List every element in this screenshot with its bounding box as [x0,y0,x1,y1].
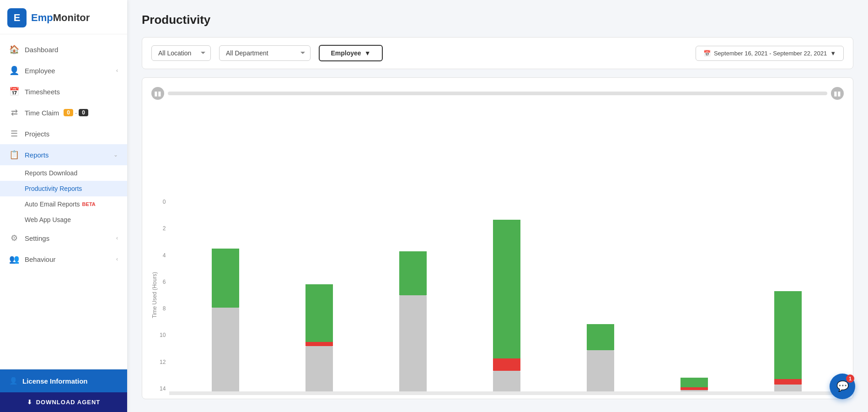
chart-container: ▮▮ ▮▮ Time Used (Hours) 14 12 10 8 6 4 2… [142,77,853,399]
bar-segment-red [305,342,333,346]
sidebar-item-timeclaim[interactable]: ⇄ Time Claim 0 - 0 [0,102,127,123]
y-label-10: 10 [160,332,166,338]
sidebar-item-label: Employee [25,67,55,75]
chart-slider: ▮▮ ▮▮ [151,87,844,100]
page-title: Productivity [142,13,853,27]
timeclaim-badge: 0 - 0 [64,109,88,116]
grid-line [169,394,844,394]
sub-item-label: Productivity Reports [25,185,82,192]
bar-stacked [493,220,520,391]
chart-area: Time Used (Hours) 14 12 10 8 6 4 2 0 [151,109,844,391]
sidebar-bottom: 👤 License Information ⬇ DOWNLOAD AGENT [0,369,127,412]
grid-line [169,395,844,395]
date-dropdown-icon: ▼ [830,50,836,57]
location-filter[interactable]: All Location [151,45,211,61]
sidebar-item-web-app-usage[interactable]: Web App Usage [0,212,127,228]
license-info-button[interactable]: 👤 License Information [0,369,127,392]
badge-dark: 0 [79,109,88,116]
filter-row: All Location All Department Employee ▼ 📅… [142,37,853,69]
employee-dropdown-button[interactable]: Employee ▼ [319,45,383,61]
sidebar: E EmpMonitor 🏠 Dashboard 👤 Employee ‹ 📅 … [0,0,127,412]
sub-item-label: Web App Usage [25,216,71,223]
grid-line [169,393,844,394]
employee-icon: 👤 [9,65,19,76]
logo-area: E EmpMonitor [0,0,127,34]
behaviour-icon: 👥 [9,254,19,264]
sidebar-item-label: Projects [25,130,49,138]
dashboard-icon: 🏠 [9,44,19,54]
sidebar-item-projects[interactable]: ☰ Projects [0,123,127,144]
sidebar-item-label: Behaviour [25,255,56,263]
y-label-12: 12 [160,359,166,365]
bar-segment-gray [305,346,333,391]
license-icon: 👤 [9,377,18,385]
bar-segment-gray [680,390,708,391]
behaviour-chevron-icon: ‹ [116,256,118,262]
sidebar-item-auto-email[interactable]: Auto Email Reports BETA [0,196,127,212]
sidebar-item-label: Reports [25,151,49,159]
y-axis-title: Time Used (Hours) [151,199,158,391]
bar-segment-green [212,249,239,308]
sidebar-item-dashboard[interactable]: 🏠 Dashboard [0,39,127,60]
y-label-0: 0 [163,199,166,205]
sidebar-item-reports[interactable]: 📋 Reports ⌄ [0,144,127,165]
bar-segment-green [774,291,802,379]
sidebar-item-employee[interactable]: 👤 Employee ‹ [0,60,127,81]
license-label: License Information [22,377,88,385]
sidebar-item-timesheets[interactable]: 📅 Timesheets [0,81,127,102]
logo-icon: E [7,8,27,27]
sidebar-item-label: Time Claim [25,109,59,117]
slider-left-button[interactable]: ▮▮ [151,87,164,100]
sub-item-label: Auto Email Reports [25,201,80,208]
y-label-6: 6 [163,279,166,285]
grid-line [169,391,844,392]
bar-segment-green [305,284,333,342]
bar-segment-gray [493,371,520,391]
bar-stacked [680,378,708,391]
date-range-button[interactable]: 📅 September 16, 2021 - September 22, 202… [696,46,844,61]
slider-right-button[interactable]: ▮▮ [831,87,844,100]
bar-segment-red [774,379,802,385]
settings-chevron-icon: ‹ [116,235,118,241]
chat-fab-button[interactable]: 💬 1 [830,374,855,399]
department-filter[interactable]: All Department [219,45,311,61]
y-label-4: 4 [163,253,166,258]
timeclaim-icon: ⇄ [9,108,19,118]
reports-chevron-icon: ⌄ [113,152,118,158]
bar-stacked [774,291,802,391]
sidebar-item-productivity-reports[interactable]: Productivity Reports [0,181,127,196]
download-agent-button[interactable]: ⬇ DOWNLOAD AGENT [0,392,127,412]
y-axis: 14 12 10 8 6 4 2 0 [160,199,166,391]
timesheets-icon: 📅 [9,87,19,97]
y-label-2: 2 [163,226,166,231]
sidebar-nav: 🏠 Dashboard 👤 Employee ‹ 📅 Timesheets ⇄ … [0,34,127,369]
logo-text: EmpMonitor [31,12,90,24]
sidebar-item-settings[interactable]: ⚙ Settings ‹ [0,228,127,249]
grid-line [169,392,844,393]
main-content: Productivity All Location All Department… [127,0,868,412]
bar-segment-gray [587,350,614,391]
bar-segment-gray [212,308,239,391]
chat-badge: 1 [846,374,854,383]
logo-monitor: Monitor [53,12,90,23]
sidebar-item-behaviour[interactable]: 👥 Behaviour ‹ [0,249,127,270]
y-label-8: 8 [163,306,166,311]
sidebar-item-label: Timesheets [25,88,60,96]
chat-icon: 💬 [836,380,849,392]
slider-track[interactable] [168,92,827,95]
bar-stacked [399,251,427,391]
bar-segment-gray [399,295,427,391]
bar-segment-green [399,251,427,295]
date-range-label: September 16, 2021 - September 22, 2021 [714,50,827,57]
sidebar-item-label: Dashboard [25,46,58,54]
badge-yellow: 0 [64,109,73,116]
beta-badge: BETA [82,201,96,207]
employee-btn-label: Employee [331,49,361,57]
grid-line [169,393,844,393]
sidebar-item-label: Settings [25,234,49,242]
settings-icon: ⚙ [9,233,19,243]
download-label: DOWNLOAD AGENT [36,399,101,406]
bar-segment-green [493,220,520,358]
sidebar-item-reports-download[interactable]: Reports Download [0,165,127,181]
grid-line [169,392,844,392]
